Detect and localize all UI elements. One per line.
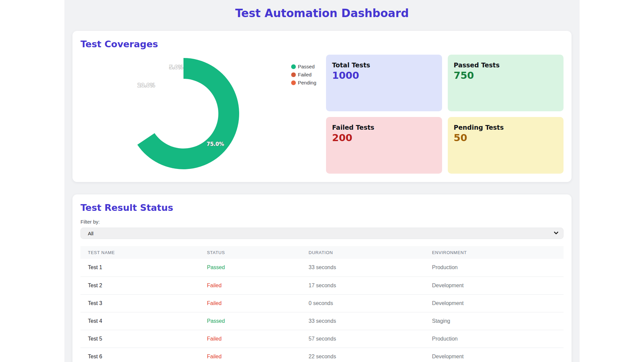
duration-cell: 17 seconds (301, 277, 425, 294)
status-cell: Failed (200, 348, 301, 362)
chart-legend: Passed Failed Pending (291, 64, 316, 88)
stat-card-pending: Pending Tests 50 (448, 117, 564, 174)
duration-cell: 57 seconds (301, 330, 425, 348)
test-name-cell: Test 3 (80, 294, 200, 312)
coverage-card: Test Coverages 75.0% 20.0% 5.0% Passed F… (72, 31, 572, 182)
test-name-cell: Test 1 (80, 259, 200, 277)
legend-item-passed[interactable]: Passed (291, 64, 316, 69)
donut-label-failed: 20.0% (138, 82, 155, 88)
dashboard-container: Test Automation Dashboard Test Coverages… (64, 0, 580, 362)
stat-value: 750 (454, 70, 558, 81)
filter-label: Filter by: (80, 219, 100, 225)
environment-cell: Development (425, 277, 564, 294)
donut-slice-passed[interactable] (137, 58, 239, 169)
column-header-test-name: TEST NAME (80, 246, 200, 259)
stat-value: 50 (454, 132, 558, 143)
stat-title: Total Tests (332, 61, 436, 69)
status-cell: Passed (200, 312, 301, 330)
status-cell: Passed (200, 259, 301, 277)
stat-title: Passed Tests (454, 61, 558, 69)
donut-chart[interactable]: 75.0% 20.0% 5.0% (72, 31, 327, 182)
column-header-duration: DURATION (301, 246, 425, 259)
legend-label: Pending (298, 80, 316, 85)
test-name-cell: Test 6 (80, 348, 200, 362)
table-row: Test 3 Failed 0 seconds Development (80, 294, 564, 312)
table-row: Test 1 Passed 33 seconds Production (80, 259, 564, 277)
duration-cell: 33 seconds (301, 259, 425, 277)
stats-grid: Total Tests 1000 Passed Tests 750 Failed… (326, 55, 564, 174)
table-row: Test 5 Failed 57 seconds Production (80, 330, 564, 348)
status-cell: Failed (200, 277, 301, 294)
passed-dot-icon (291, 64, 296, 69)
pending-dot-icon (291, 80, 296, 85)
stat-card-failed: Failed Tests 200 (326, 117, 442, 174)
stat-card-total: Total Tests 1000 (326, 55, 442, 111)
environment-cell: Development (425, 294, 564, 312)
column-header-environment: ENVIRONMENT (425, 246, 564, 259)
legend-label: Passed (298, 64, 315, 69)
filter-dropdown-wrap: All (80, 228, 564, 239)
environment-cell: Production (425, 330, 564, 348)
test-name-cell: Test 2 (80, 277, 200, 294)
status-cell: Failed (200, 294, 301, 312)
filter-select[interactable]: All (80, 228, 564, 239)
test-name-cell: Test 4 (80, 312, 200, 330)
stat-title: Pending Tests (454, 124, 558, 131)
donut-label-pending: 5.0% (169, 64, 183, 70)
results-card: Test Result Status Filter by: All TEST N… (72, 194, 572, 362)
table-header-row: TEST NAME STATUS DURATION ENVIRONMENT (80, 246, 564, 259)
table-row: Test 2 Failed 17 seconds Development (80, 277, 564, 294)
test-name-cell: Test 5 (80, 330, 200, 348)
results-table: TEST NAME STATUS DURATION ENVIRONMENT Te… (80, 246, 564, 362)
table-row: Test 6 Failed 22 seconds Development (80, 348, 564, 362)
stat-title: Failed Tests (332, 124, 436, 131)
results-heading: Test Result Status (80, 202, 173, 213)
legend-label: Failed (298, 72, 312, 77)
failed-dot-icon (291, 72, 296, 77)
stat-value: 1000 (332, 70, 436, 81)
stat-card-passed: Passed Tests 750 (448, 55, 564, 111)
stat-value: 200 (332, 132, 436, 143)
page-title: Test Automation Dashboard (64, 7, 580, 20)
environment-cell: Development (425, 348, 564, 362)
donut-label-passed: 75.0% (207, 141, 224, 147)
status-cell: Failed (200, 330, 301, 348)
legend-item-failed[interactable]: Failed (291, 72, 316, 77)
legend-item-pending[interactable]: Pending (291, 80, 316, 85)
duration-cell: 33 seconds (301, 312, 425, 330)
duration-cell: 22 seconds (301, 348, 425, 362)
column-header-status: STATUS (200, 246, 301, 259)
table-row: Test 4 Passed 33 seconds Staging (80, 312, 564, 330)
environment-cell: Staging (425, 312, 564, 330)
environment-cell: Production (425, 259, 564, 277)
duration-cell: 0 seconds (301, 294, 425, 312)
